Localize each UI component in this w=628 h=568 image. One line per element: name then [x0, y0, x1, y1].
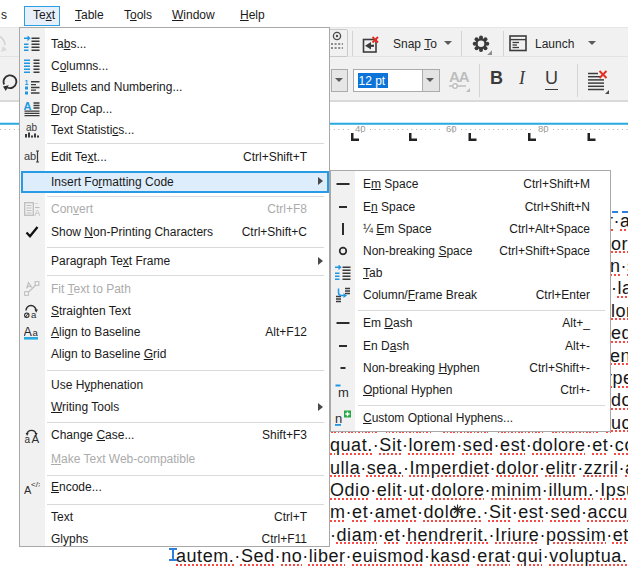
svg-text:a: a	[25, 434, 31, 444]
svg-text:</>: </>	[31, 480, 40, 489]
svg-text:A: A	[32, 433, 40, 444]
svg-text:~: ~	[35, 201, 39, 207]
svg-text:n: n	[335, 411, 342, 426]
svg-text:A: A	[24, 325, 33, 339]
svg-text:a: a	[31, 309, 37, 319]
svg-text:1: 1	[25, 79, 29, 86]
svg-text:ab: ab	[24, 149, 36, 161]
svg-text:40: 40	[355, 123, 366, 134]
svg-text:60: 60	[446, 123, 457, 134]
svg-text:A: A	[24, 101, 32, 112]
svg-text:m: m	[338, 385, 349, 399]
svg-text:A: A	[34, 208, 40, 217]
svg-text:ab: ab	[26, 122, 38, 133]
svg-text:a: a	[33, 327, 39, 338]
svg-text:80: 80	[538, 123, 549, 134]
